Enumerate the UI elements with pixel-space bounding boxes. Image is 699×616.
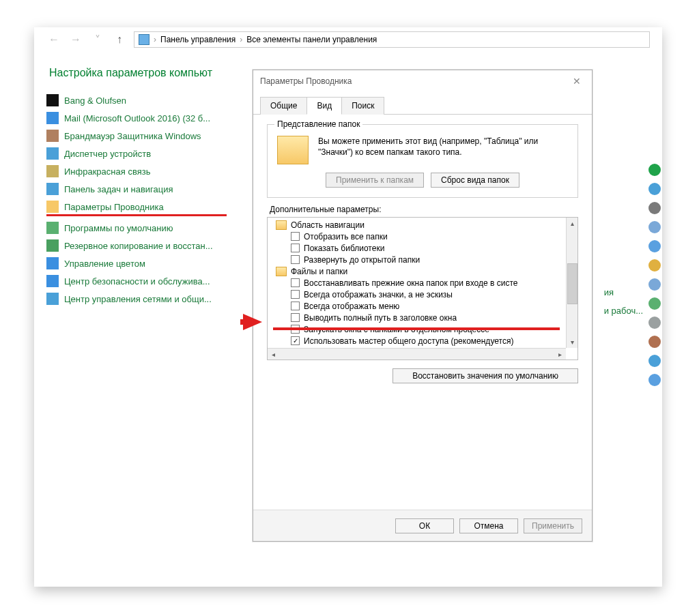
cp-item-icon <box>46 222 59 234</box>
cp-item-label: Bang & Olufsen <box>64 96 126 106</box>
tree-option[interactable]: Развернуть до открытой папки <box>270 254 577 265</box>
cp-item-icon <box>46 293 59 305</box>
tree-option[interactable]: Отобразить все папки <box>270 231 577 242</box>
checkbox[interactable] <box>291 255 300 264</box>
breadcrumb-seg[interactable]: Панель управления <box>160 35 236 44</box>
cp-item-label: Управление цветом <box>64 259 145 269</box>
right-edge-icon-strip <box>647 164 662 386</box>
checkbox[interactable] <box>291 313 300 322</box>
edge-icon[interactable] <box>648 202 661 214</box>
scroll-right-icon[interactable]: ▸ <box>554 349 566 360</box>
checkbox[interactable] <box>291 244 300 252</box>
cancel-button[interactable]: Отмена <box>459 518 518 533</box>
restore-defaults-button[interactable]: Восстановить значения по умолчанию <box>393 368 578 383</box>
control-panel-item[interactable]: Панель задач и навигация <box>46 180 227 198</box>
reset-folders-button[interactable]: Сброс вида папок <box>431 173 519 188</box>
right-fragment[interactable]: ия <box>604 283 643 302</box>
scroll-down-icon[interactable]: ▾ <box>567 336 578 348</box>
ok-button[interactable]: ОК <box>395 518 454 533</box>
right-fragment[interactable]: и рабоч... <box>604 302 643 320</box>
scrollbar-horizontal[interactable]: ◂ ▸ <box>268 348 566 360</box>
nav-up-icon[interactable]: ↑ <box>112 33 127 46</box>
tree-option[interactable]: Использовать мастер общего доступа (реко… <box>270 335 577 347</box>
control-panel-item[interactable]: Диспетчер устройств <box>46 145 227 162</box>
control-panel-item[interactable]: Mail (Microsoft Outlook 2016) (32 б... <box>46 109 227 127</box>
folder-icon <box>277 136 309 164</box>
address-bar[interactable]: › Панель управления › Все элементы панел… <box>134 31 650 48</box>
control-panel-icon <box>139 34 149 45</box>
tree-option[interactable]: Всегда отображать значки, а не эскизы <box>270 289 577 300</box>
edge-icon[interactable] <box>648 355 661 367</box>
tree-group: Область навигации <box>270 219 577 231</box>
dialog-title-text: Параметры Проводника <box>260 76 352 86</box>
folder-icon <box>276 220 287 230</box>
breadcrumb-sep-icon: › <box>154 35 156 44</box>
tree-label: Восстанавливать прежние окна папок при в… <box>304 278 517 288</box>
tab-general[interactable]: Общие <box>260 97 307 115</box>
tree-label: Выводить полный путь в заголовке окна <box>304 313 457 323</box>
control-panel-item[interactable]: Резервное копирование и восстан... <box>46 237 227 254</box>
tree-label: Использовать мастер общего доступа (реко… <box>304 336 513 346</box>
control-panel-item[interactable]: Программы по умолчанию <box>46 219 227 237</box>
tab-view[interactable]: Вид <box>306 97 342 115</box>
nav-recent-icon[interactable]: ˅ <box>90 33 105 46</box>
checkbox[interactable] <box>291 336 300 345</box>
edge-icon[interactable] <box>648 374 661 386</box>
cp-item-icon <box>46 257 59 269</box>
close-icon[interactable]: ✕ <box>569 73 585 89</box>
nav-toolbar: ← → ˅ ↑ › Панель управления › Все элемен… <box>34 27 662 52</box>
checkbox[interactable] <box>291 290 300 299</box>
annotation-arrow-icon <box>243 314 262 330</box>
edge-icon[interactable] <box>648 240 661 252</box>
folder-icon <box>276 267 287 276</box>
tree-option[interactable]: Показать библиотеки <box>270 242 577 254</box>
tree-label: Развернуть до открытой папки <box>304 255 420 265</box>
edge-icon[interactable] <box>648 317 661 329</box>
groupbox-title: Представление папок <box>274 119 362 129</box>
checkbox[interactable] <box>291 302 300 310</box>
tree-option[interactable]: Всегда отображать меню <box>270 300 577 312</box>
control-panel-list: Bang & OlufsenMail (Microsoft Outlook 20… <box>34 85 239 308</box>
control-panel-item[interactable]: Центр безопасности и обслужива... <box>46 272 227 290</box>
control-panel-item[interactable]: Параметры Проводника <box>46 198 227 216</box>
advanced-settings-tree[interactable]: Область навигацииОтобразить все папкиПок… <box>267 217 578 360</box>
apply-button[interactable]: Применить <box>524 518 582 533</box>
checkbox[interactable] <box>291 232 300 241</box>
control-panel-item[interactable]: Центр управления сетями и общи... <box>46 290 227 308</box>
control-panel-item[interactable]: Управление цветом <box>46 254 227 272</box>
tree-option[interactable]: Восстанавливать прежние окна папок при в… <box>270 277 577 289</box>
cp-item-icon <box>46 112 59 124</box>
tab-search[interactable]: Поиск <box>341 97 384 115</box>
edge-icon[interactable] <box>648 278 661 291</box>
folder-view-groupbox: Представление папок Вы можете применить … <box>267 124 578 198</box>
edge-icon[interactable] <box>648 183 661 195</box>
dialog-titlebar[interactable]: Параметры Проводника ✕ <box>253 70 592 92</box>
edge-icon[interactable] <box>648 259 661 272</box>
checkbox[interactable] <box>291 278 300 287</box>
scroll-left-icon[interactable]: ◂ <box>268 349 279 360</box>
cp-item-icon <box>46 183 59 195</box>
cp-item-icon <box>46 130 59 142</box>
edge-icon[interactable] <box>648 164 661 176</box>
scroll-up-icon[interactable]: ▴ <box>567 218 578 229</box>
apply-to-folders-button[interactable]: Применить к папкам <box>326 173 424 188</box>
cp-item-icon <box>46 165 59 177</box>
edge-icon[interactable] <box>648 336 661 348</box>
control-panel-item[interactable]: Брандмауэр Защитника Windows <box>46 127 227 145</box>
nav-back-icon[interactable]: ← <box>46 33 61 46</box>
control-panel-item[interactable]: Bang & Olufsen <box>46 91 227 109</box>
breadcrumb-sep-icon: › <box>240 35 242 44</box>
cp-item-icon <box>46 201 59 213</box>
edge-icon[interactable] <box>648 297 661 310</box>
breadcrumb-seg[interactable]: Все элементы панели управления <box>246 35 377 44</box>
cp-item-label: Параметры Проводника <box>64 202 164 212</box>
cp-item-icon <box>46 147 59 160</box>
edge-icon[interactable] <box>648 221 661 233</box>
control-panel-item[interactable]: Инфракрасная связь <box>46 162 227 180</box>
tree-option[interactable]: Выводить полный путь в заголовке окна <box>270 312 577 323</box>
scroll-thumb[interactable] <box>567 263 577 304</box>
tabstrip: ОбщиеВидПоиск <box>253 92 592 115</box>
nav-forward-icon[interactable]: → <box>68 33 83 46</box>
scrollbar-vertical[interactable]: ▴ ▾ <box>566 218 577 348</box>
cp-item-label: Инфракрасная связь <box>64 166 150 177</box>
